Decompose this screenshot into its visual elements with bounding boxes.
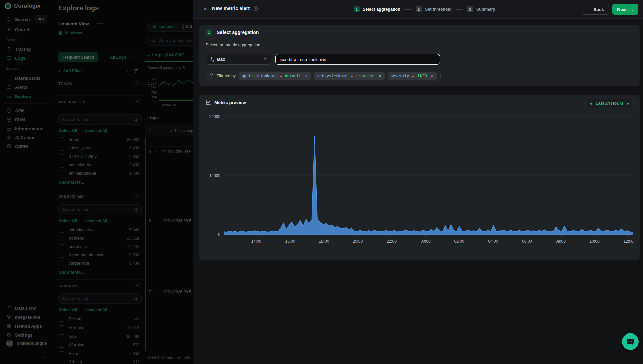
line-chart-icon [206, 100, 211, 105]
filtered-by-bar: Filtered by applicationName = default ✕ … [206, 71, 441, 81]
funnel-icon [209, 73, 214, 79]
close-icon[interactable]: × [202, 5, 209, 13]
card-title: Select aggregation [217, 29, 259, 35]
svg-text:22:00: 22:00 [387, 239, 397, 244]
time-range-label: Last 24 Hours [596, 101, 624, 106]
svg-text:06:00: 06:00 [522, 239, 532, 244]
svg-text:08:00: 08:00 [556, 239, 566, 244]
svg-text:04:00: 04:00 [488, 239, 498, 244]
back-button[interactable]: ← Back [582, 4, 609, 15]
svg-text:00:00: 00:00 [421, 239, 431, 244]
svg-text:02:00: 02:00 [454, 239, 464, 244]
svg-text:10:00: 10:00 [590, 239, 600, 244]
metric-preview-chart: 0120002400014:0016:0018:0020:0022:0000:0… [203, 112, 636, 246]
step-summary[interactable]: 3 Summary [467, 6, 495, 12]
modal-title: New metric alert i [212, 6, 258, 11]
svg-text:20:00: 20:00 [353, 239, 363, 244]
preview-title: Metric preview [214, 100, 246, 105]
time-range-picker[interactable]: ◂ Last 24 Hours ▸ [585, 99, 634, 108]
next-range-icon[interactable]: ▸ [627, 101, 629, 106]
step-select-aggregation[interactable]: 1 Select aggregation [354, 6, 400, 12]
filtered-by-label: Filtered by [217, 74, 236, 78]
app-root: Coralogix Search ⌘K ✦ Cora AI Favorites … [0, 0, 643, 364]
filter-chip-severity[interactable]: severity = INFO ✕ [388, 72, 437, 80]
modal-header: × New metric alert i 1 Select aggregatio… [193, 0, 643, 19]
step-separator [456, 9, 463, 10]
remove-chip-icon[interactable]: ✕ [431, 74, 434, 78]
metric-field-input[interactable] [275, 54, 440, 65]
chevron-down-icon [263, 57, 267, 62]
remove-chip-icon[interactable]: ✕ [378, 74, 382, 78]
next-button[interactable]: Next → [612, 4, 638, 15]
step-separator [404, 9, 412, 10]
select-aggregation-card: 1 Select aggregation Select the metric a… [199, 25, 640, 86]
arrow-right-icon: → [629, 7, 634, 12]
aggregation-function-select[interactable]: ƒx Max [206, 54, 271, 65]
aggregation-function-value: Max [217, 57, 225, 62]
svg-text:24000: 24000 [209, 114, 221, 119]
svg-text:12000: 12000 [209, 173, 221, 178]
step-number-badge: 1 [206, 29, 212, 36]
filter-chip-application[interactable]: applicationName = default ✕ [239, 72, 311, 80]
chat-bubble-icon [626, 337, 635, 346]
card-subtitle: Select the metric aggregation [206, 43, 260, 47]
step-set-threshold[interactable]: 2 Set threshold [416, 6, 452, 12]
new-metric-alert-modal: × New metric alert i 1 Select aggregatio… [193, 0, 643, 364]
svg-text:0: 0 [218, 232, 220, 237]
prev-range-icon[interactable]: ◂ [590, 101, 592, 106]
chat-button[interactable] [622, 333, 639, 350]
filter-chip-subsystem[interactable]: subsystemName = frontend ✕ [314, 72, 384, 80]
arrow-left-icon: ← [587, 7, 591, 12]
function-icon: ƒx [210, 56, 214, 62]
svg-text:16:00: 16:00 [285, 239, 295, 244]
svg-text:14:00: 14:00 [251, 239, 261, 244]
remove-chip-icon[interactable]: ✕ [305, 74, 308, 78]
wizard-steps: 1 Select aggregation 2 Set threshold 3 S… [354, 0, 495, 19]
svg-text:12:00: 12:00 [623, 239, 633, 244]
svg-text:18:00: 18:00 [319, 239, 329, 244]
info-icon[interactable]: i [253, 6, 258, 11]
metric-preview-card: Metric preview ◂ Last 24 Hours ▸ 0120002… [199, 95, 640, 260]
